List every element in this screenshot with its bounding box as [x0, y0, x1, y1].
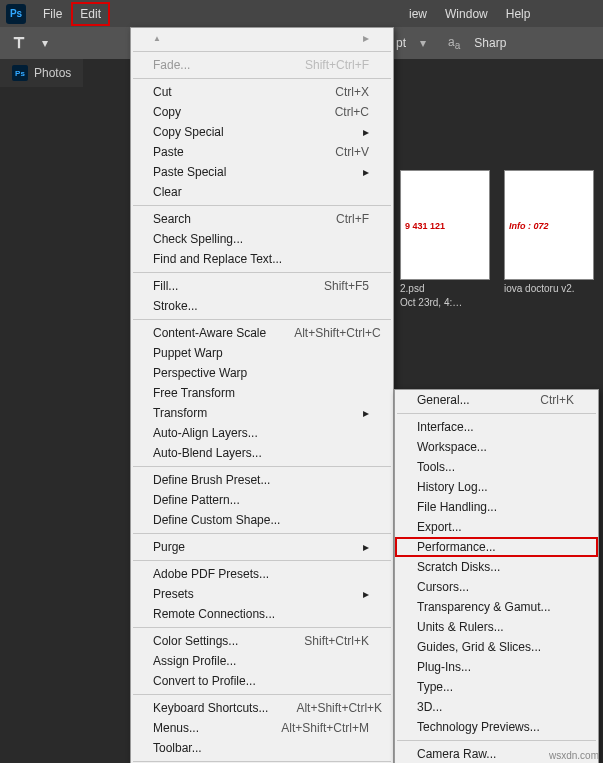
edit-menu-puppet-warp[interactable]: Puppet Warp	[131, 343, 393, 363]
edit-menu-auto-blend-layers[interactable]: Auto-Blend Layers...	[131, 443, 393, 463]
edit-menu-define-pattern[interactable]: Define Pattern...	[131, 490, 393, 510]
menu-item-label: Camera Raw...	[417, 747, 496, 761]
edit-menu-purge[interactable]: Purge▸	[131, 537, 393, 557]
ps-icon: Ps	[12, 65, 28, 81]
menu-view[interactable]: iew	[400, 2, 436, 26]
edit-menu-define-brush-preset[interactable]: Define Brush Preset...	[131, 470, 393, 490]
edit-menu-search[interactable]: SearchCtrl+F	[131, 209, 393, 229]
edit-menu-auto-align-layers[interactable]: Auto-Align Layers...	[131, 423, 393, 443]
menu-shortcut: Shift+Ctrl+K	[304, 634, 369, 648]
menu-item-label: Purge	[153, 540, 185, 554]
edit-menu-find-and-replace-text[interactable]: Find and Replace Text...	[131, 249, 393, 269]
edit-menu-toolbar[interactable]: Toolbar...	[131, 738, 393, 758]
edit-menu-cut[interactable]: CutCtrl+X	[131, 82, 393, 102]
menu-shortcut: Alt+Shift+Ctrl+M	[281, 721, 369, 735]
submenu-arrow-icon: ▸	[363, 31, 369, 45]
antialias-value[interactable]: Sharp	[474, 36, 506, 50]
menu-item-label: 3D...	[417, 700, 442, 714]
menu-file[interactable]: File	[34, 2, 71, 26]
edit-menu-clear[interactable]: Clear	[131, 182, 393, 202]
document-tab[interactable]: Ps Photos	[0, 59, 83, 87]
thumbnail[interactable]: 9 431 121 2.psd Oct 23rd, 4:…	[400, 170, 490, 308]
edit-menu-menus[interactable]: Menus...Alt+Shift+Ctrl+M	[131, 718, 393, 738]
thumbnail[interactable]: Info : 072 iova doctoru v2.	[504, 170, 594, 308]
edit-menu-transform[interactable]: Transform▸	[131, 403, 393, 423]
edit-menu-paste-special[interactable]: Paste Special▸	[131, 162, 393, 182]
menu-item-label: Adobe PDF Presets...	[153, 567, 269, 581]
submenu-arrow-icon: ▸	[363, 125, 369, 139]
pref-menu-transparency-gamut[interactable]: Transparency & Gamut...	[395, 597, 598, 617]
menu-item-label: Stroke...	[153, 299, 198, 313]
edit-menu-assign-profile[interactable]: Assign Profile...	[131, 651, 393, 671]
menu-shortcut: Ctrl+C	[335, 105, 369, 119]
menu-item-label: Transform	[153, 406, 207, 420]
menu-item-label: Cursors...	[417, 580, 469, 594]
menu-item-label: Plug-Ins...	[417, 660, 471, 674]
edit-menu-remote-connections[interactable]: Remote Connections...	[131, 604, 393, 624]
edit-menu-color-settings[interactable]: Color Settings...Shift+Ctrl+K	[131, 631, 393, 651]
edit-menu-copy[interactable]: CopyCtrl+C	[131, 102, 393, 122]
edit-menu-dropdown: ▲▸Fade...Shift+Ctrl+FCutCtrl+XCopyCtrl+C…	[130, 27, 394, 763]
menu-item-label: Units & Rulers...	[417, 620, 504, 634]
edit-menu-paste[interactable]: PasteCtrl+V	[131, 142, 393, 162]
edit-menu-define-custom-shape[interactable]: Define Custom Shape...	[131, 510, 393, 530]
edit-menu-convert-to-profile[interactable]: Convert to Profile...	[131, 671, 393, 691]
recent-thumbnails: 9 431 121 2.psd Oct 23rd, 4:… Info : 072…	[400, 170, 594, 308]
pref-menu-general[interactable]: General...Ctrl+K	[395, 390, 598, 410]
pref-menu-scratch-disks[interactable]: Scratch Disks...	[395, 557, 598, 577]
menu-edit[interactable]: Edit	[71, 2, 110, 26]
pref-menu-performance[interactable]: Performance...	[395, 537, 598, 557]
pref-menu-plug-ins[interactable]: Plug-Ins...	[395, 657, 598, 677]
edit-menu-copy-special[interactable]: Copy Special▸	[131, 122, 393, 142]
menu-item-label: File Handling...	[417, 500, 497, 514]
pref-menu-3d[interactable]: 3D...	[395, 697, 598, 717]
menu-item-label: Find and Replace Text...	[153, 252, 282, 266]
tool-dropdown-icon[interactable]: ▾	[42, 36, 48, 50]
edit-menu-free-transform[interactable]: Free Transform	[131, 383, 393, 403]
menu-item-label: General...	[417, 393, 470, 407]
pref-menu-guides-grid-slices[interactable]: Guides, Grid & Slices...	[395, 637, 598, 657]
edit-menu-fill[interactable]: Fill...Shift+F5	[131, 276, 393, 296]
type-tool-icon	[10, 34, 28, 52]
tab-title: Photos	[34, 66, 71, 80]
menu-window[interactable]: Window	[436, 2, 497, 26]
pref-menu-file-handling[interactable]: File Handling...	[395, 497, 598, 517]
menu-item-label: ▲	[153, 34, 161, 43]
menu-shortcut: Ctrl+X	[335, 85, 369, 99]
edit-menu-item: ▲▸	[131, 28, 393, 48]
menu-item-label: Color Settings...	[153, 634, 238, 648]
submenu-arrow-icon: ▸	[363, 587, 369, 601]
edit-menu-keyboard-shortcuts[interactable]: Keyboard Shortcuts...Alt+Shift+Ctrl+K	[131, 698, 393, 718]
edit-menu-perspective-warp[interactable]: Perspective Warp	[131, 363, 393, 383]
edit-menu-presets[interactable]: Presets▸	[131, 584, 393, 604]
pref-menu-interface[interactable]: Interface...	[395, 417, 598, 437]
menu-item-label: Auto-Blend Layers...	[153, 446, 262, 460]
pref-menu-type[interactable]: Type...	[395, 677, 598, 697]
pref-menu-history-log[interactable]: History Log...	[395, 477, 598, 497]
menu-item-label: Define Pattern...	[153, 493, 240, 507]
menu-item-label: Fill...	[153, 279, 178, 293]
menu-item-label: Interface...	[417, 420, 474, 434]
menu-help[interactable]: Help	[497, 2, 540, 26]
pref-menu-workspace[interactable]: Workspace...	[395, 437, 598, 457]
pref-menu-technology-previews[interactable]: Technology Previews...	[395, 717, 598, 737]
edit-menu-stroke[interactable]: Stroke...	[131, 296, 393, 316]
edit-menu-adobe-pdf-presets[interactable]: Adobe PDF Presets...	[131, 564, 393, 584]
edit-menu-content-aware-scale[interactable]: Content-Aware ScaleAlt+Shift+Ctrl+C	[131, 323, 393, 343]
submenu-arrow-icon: ▸	[363, 165, 369, 179]
menu-item-label: Menus...	[153, 721, 199, 735]
pref-menu-units-rulers[interactable]: Units & Rulers...	[395, 617, 598, 637]
menu-item-label: Assign Profile...	[153, 654, 236, 668]
menu-item-label: Puppet Warp	[153, 346, 223, 360]
menu-item-label: Keyboard Shortcuts...	[153, 701, 268, 715]
footer-text: wsxdn.com	[549, 750, 599, 761]
menu-item-label: Scratch Disks...	[417, 560, 500, 574]
pref-menu-tools[interactable]: Tools...	[395, 457, 598, 477]
menu-item-label: Convert to Profile...	[153, 674, 256, 688]
menu-item-label: Workspace...	[417, 440, 487, 454]
pref-menu-export[interactable]: Export...	[395, 517, 598, 537]
edit-menu-check-spelling[interactable]: Check Spelling...	[131, 229, 393, 249]
menu-shortcut: Alt+Shift+Ctrl+K	[296, 701, 382, 715]
pref-menu-cursors[interactable]: Cursors...	[395, 577, 598, 597]
menu-item-label: Clear	[153, 185, 182, 199]
